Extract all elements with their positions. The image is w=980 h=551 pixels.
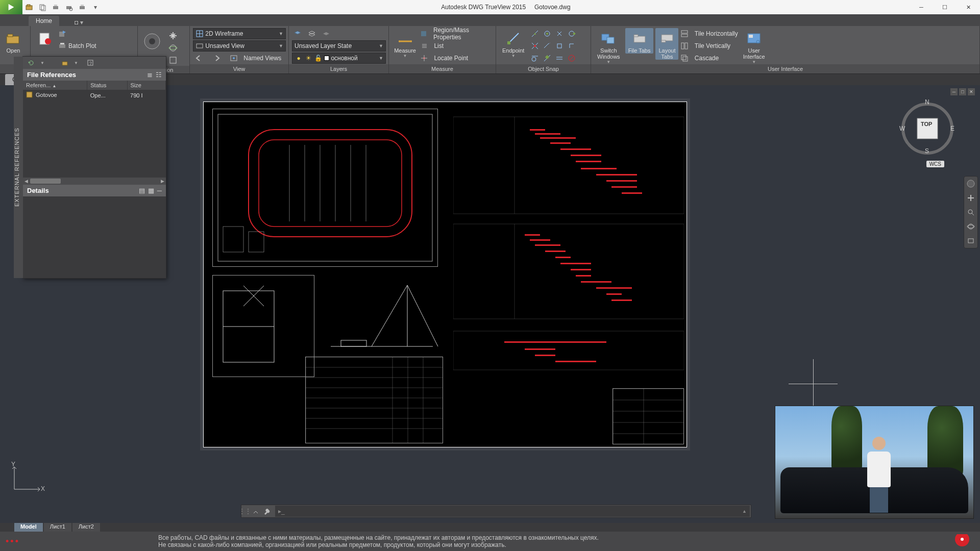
export-button[interactable] [58, 28, 96, 39]
cascade-button[interactable]: Cascade [680, 53, 738, 64]
layer-off-icon[interactable] [321, 28, 332, 39]
cmd-wrench-icon[interactable] [263, 507, 271, 515]
command-input[interactable]: ▸_ ▲ [275, 506, 750, 517]
col-reference[interactable]: Referen... ▲ [23, 81, 87, 90]
osnap-apparent-icon[interactable] [554, 53, 565, 64]
qat-plot-icon[interactable] [49, 0, 62, 14]
layout-tab-1[interactable]: Лист1 [44, 523, 71, 532]
orbit-icon[interactable] [167, 42, 179, 54]
details-view-icon[interactable]: ▤ [139, 187, 145, 194]
close-button[interactable]: ✕ [957, 0, 980, 14]
palette-scrollbar[interactable]: ◀▶ [23, 178, 166, 185]
tree-view-icon[interactable]: ☷ [156, 71, 162, 79]
visual-style-dropdown[interactable]: 2D Wireframe ▼ [193, 28, 286, 39]
preview-icon[interactable]: ▦ [148, 187, 154, 194]
osnap-center-icon[interactable] [542, 28, 553, 39]
tab-extra-icon[interactable]: ◘ ▾ [75, 19, 83, 26]
help-icon[interactable]: ? [86, 59, 94, 67]
chevron-up-icon[interactable]: ▲ [742, 509, 747, 514]
file-references-list[interactable]: Referen... ▲ Status Size Gotovoe Ope... … [23, 81, 166, 178]
osnap-none-icon[interactable] [566, 53, 577, 64]
view-cube[interactable]: TOP N E S W [899, 96, 955, 158]
qat-copy-icon[interactable] [36, 0, 49, 14]
tile-vertical-button[interactable]: Tile Vertically [680, 40, 738, 52]
vp-minimize-icon[interactable]: ─ [950, 88, 958, 95]
named-views-button[interactable]: Named Views [230, 53, 281, 64]
svg-rect-134 [27, 92, 32, 97]
view-fwd-icon[interactable] [211, 53, 223, 64]
full-nav-wheel-icon[interactable] [966, 179, 976, 189]
endpoint-icon [505, 30, 522, 46]
osnap-midpoint-icon[interactable] [529, 28, 541, 39]
qat-open-icon[interactable] [22, 0, 36, 14]
switch-windows-button[interactable]: Switch Windows ▼ [594, 28, 623, 64]
svg-rect-66 [662, 35, 673, 41]
attach-icon[interactable] [61, 59, 69, 67]
zoom-tool-icon[interactable] [966, 207, 976, 217]
list-view-icon[interactable]: ≣ [147, 71, 153, 79]
view-back-icon[interactable] [193, 53, 204, 64]
palette-title-bar[interactable]: EXTERNAL REFERENCES [14, 57, 23, 278]
batch-plot-icon [58, 42, 66, 50]
layout-tabs-toggle[interactable]: Layout Tabs [655, 28, 678, 60]
named-view-dropdown[interactable]: Unsaved View ▼ [193, 40, 286, 52]
osnap-nearest-icon[interactable] [542, 53, 553, 64]
wcs-badge[interactable]: WCS [926, 161, 944, 167]
layout-tab-model[interactable]: Model [14, 523, 43, 532]
command-line[interactable]: ⋮⋮ ▸_ ▲ [241, 505, 751, 518]
endpoint-button[interactable]: Endpoint ▼ [499, 28, 527, 58]
osnap-tangent-icon[interactable] [529, 53, 541, 64]
footer-record-icon[interactable] [944, 534, 980, 548]
orbit-tool-icon[interactable] [966, 221, 976, 232]
layer-isolate-icon[interactable] [306, 28, 317, 39]
list-button[interactable]: List [420, 40, 493, 52]
viewcube-e: E [950, 125, 954, 132]
osnap-node-icon[interactable] [554, 28, 565, 39]
region-mass-button[interactable]: Region/Mass Properties [420, 28, 493, 39]
minimize-button[interactable]: ─ [910, 0, 933, 14]
drag-handle-icon[interactable]: ⋮⋮ [241, 508, 249, 515]
col-status[interactable]: Status [87, 81, 127, 90]
layer-prop-icon[interactable] [292, 28, 303, 39]
file-tabs-toggle[interactable]: File Tabs [625, 28, 654, 54]
vp-maximize-icon[interactable]: □ [959, 88, 966, 95]
osnap-extension-icon[interactable] [542, 40, 553, 52]
measure-button[interactable]: Measure ▼ [392, 28, 418, 58]
tile-horizontal-button[interactable]: Tile Horizontally [680, 28, 738, 39]
osnap-quadrant-icon[interactable] [566, 28, 577, 39]
app-icon[interactable] [0, 0, 22, 14]
current-layer-dropdown[interactable]: ● ☀ 🔓 основной ▼ [292, 53, 386, 64]
layer-state-dropdown[interactable]: Unsaved Layer State ▼ [292, 40, 386, 52]
pan-icon[interactable] [167, 30, 179, 41]
qat-plot-preview-icon[interactable] [62, 0, 76, 14]
batch-plot-button[interactable]: Batch Plot [58, 40, 96, 52]
picture-in-picture[interactable] [775, 406, 974, 519]
collapse-icon[interactable]: ─ [157, 187, 162, 194]
col-size[interactable]: Size [127, 81, 165, 90]
vp-close-icon[interactable]: ✕ [968, 88, 975, 95]
maximize-button[interactable]: ☐ [933, 0, 957, 14]
zoom-extents-icon[interactable] [167, 55, 179, 66]
qat-dropdown-icon[interactable]: ▾ [89, 0, 102, 14]
xref-row[interactable]: Gotovoe Ope... 790 I [23, 90, 166, 101]
tab-home[interactable]: Home [29, 16, 59, 26]
open-label: Open [7, 47, 20, 54]
dwg-convert-button[interactable] [34, 28, 56, 46]
osnap-perpendicular-icon[interactable] [566, 40, 577, 52]
osnap-intersection-icon[interactable] [529, 40, 541, 52]
osnap-insertion-icon[interactable] [554, 40, 565, 52]
steering-wheel-icon[interactable] [141, 30, 163, 53]
qat-publish-icon[interactable] [76, 0, 89, 14]
user-interface-label: User Interface [743, 47, 765, 60]
cmd-recent-icon[interactable] [252, 507, 260, 515]
refresh-icon[interactable] [27, 59, 35, 67]
locate-point-button[interactable]: Locate Point [420, 53, 493, 64]
user-interface-button[interactable]: User Interface ▼ [740, 28, 768, 64]
layout-tab-2[interactable]: Лист2 [72, 523, 100, 532]
window-title: Autodesk DWG TrueView 2015 Gotovoe.dwg [102, 4, 910, 11]
pan-tool-icon[interactable] [966, 193, 976, 203]
showmotion-icon[interactable] [966, 236, 976, 246]
open-button[interactable]: Open [3, 28, 26, 54]
xref-palette[interactable]: EXTERNAL REFERENCES ▼ ▼ ? File Reference… [22, 56, 166, 279]
footer-menu-icon[interactable]: ••• [0, 536, 26, 547]
